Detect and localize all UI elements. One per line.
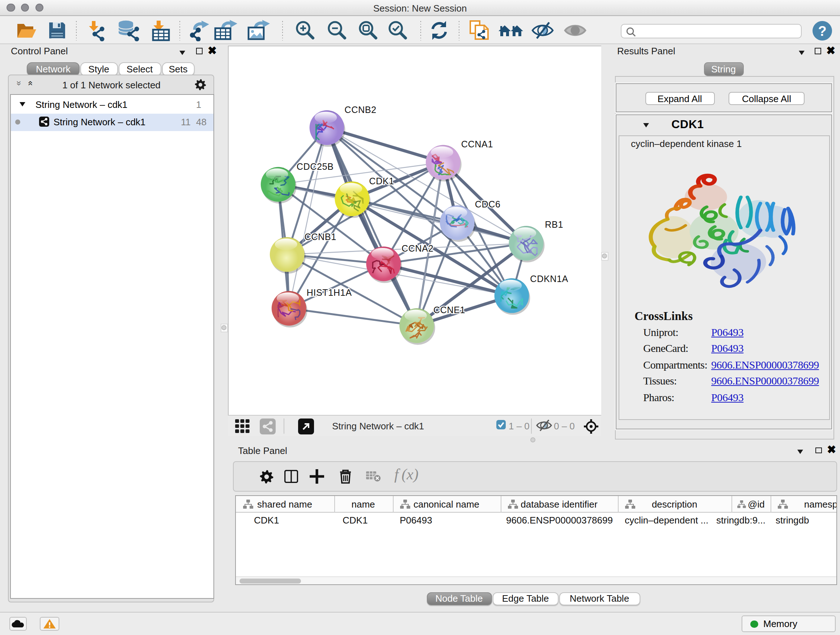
- svg-text:RB1: RB1: [545, 219, 563, 230]
- svg-text:CCNB2: CCNB2: [344, 105, 376, 115]
- svg-text:CCNE1: CCNE1: [433, 305, 465, 315]
- svg-text:CDK1: CDK1: [369, 176, 393, 186]
- svg-text:CDC6: CDC6: [475, 199, 500, 209]
- svg-text:CCNA2: CCNA2: [401, 243, 433, 253]
- svg-text:CDC25B: CDC25B: [296, 162, 333, 172]
- svg-text:CCNB1: CCNB1: [304, 232, 336, 242]
- svg-text:?: ?: [818, 23, 826, 38]
- svg-text:CCNA1: CCNA1: [461, 139, 493, 149]
- svg-text:CDKN1A: CDKN1A: [530, 274, 568, 284]
- svg-text:HIST1H1A: HIST1H1A: [306, 287, 352, 298]
